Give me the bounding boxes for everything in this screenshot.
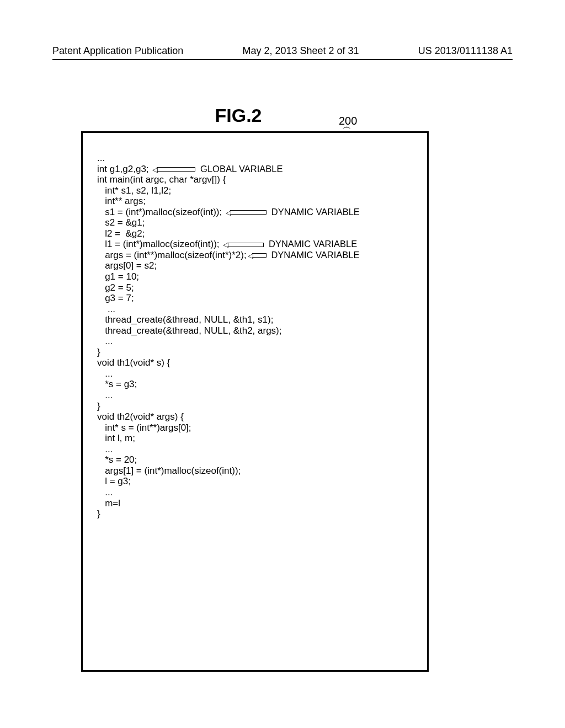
figure-ref-number: 200 [339,115,357,127]
code-line: int* s1, s2, l1,l2; [97,185,416,196]
code-line: int* s = (int**)args[0]; [97,422,416,433]
code-line: ... [97,336,416,347]
code-line: int g1,g2,g3; ◁ GLOBAL VARIABLE [97,164,416,175]
code-line: s2 = &g1; [97,217,416,228]
code-line: ... [97,304,416,315]
annotation-dynamic: DYNAMIC VARIABLE [271,207,360,217]
arrow-left-icon: ◁ [226,209,266,216]
code-line: void th1(void* s) { [97,357,416,368]
code-line: ... [97,153,416,164]
code-line: ... [97,390,416,401]
arrow-left-icon: ◁ [248,252,266,259]
code-line: g2 = 5; [97,282,416,293]
code-line: void th2(void* args) { [97,411,416,422]
code-line: } [97,508,416,520]
code-line: ... [97,368,416,379]
code-line: } [97,401,416,412]
page-header: Patent Application Publication May 2, 20… [52,45,513,60]
code-line: *s = g3; [97,379,416,390]
code-line: args[0] = s2; [97,260,416,271]
code-line: args = (int**)malloc(sizeof(int*)*2);◁ D… [97,250,416,261]
code-line: int main(int argc, char *argv[]) { [97,174,416,185]
code-line: thread_create(&thread, NULL, &th1, s1); [97,314,416,325]
annotation-dynamic: DYNAMIC VARIABLE [269,239,357,249]
header-left: Patent Application Publication [52,45,183,57]
header-right: US 2013/0111138 A1 [418,45,513,57]
arrow-left-icon: ◁ [223,241,264,248]
code-line: int l, m; [97,433,416,444]
figure-title: FIG.2 [0,105,477,126]
code-line: g1 = 10; [97,271,416,282]
annotation-dynamic: DYNAMIC VARIABLE [271,250,359,260]
arrow-left-icon: ◁ [152,166,195,173]
code-line: l = g3; [97,476,416,487]
code-line: thread_create(&thread, NULL, &th2, args)… [97,325,416,336]
code-line: l1 = (int*)malloc(sizeof(int)); ◁ DYNAMI… [97,239,416,250]
code-line: l2 = &g2; [97,228,416,239]
code-line: *s = 20; [97,454,416,465]
code-line: s1 = (int*)malloc(sizeof(int)); ◁ DYNAMI… [97,207,416,218]
code-line: args[1] = (int*)malloc(sizeof(int)); [97,465,416,477]
code-line: ... [97,487,416,498]
code-listing: ... int g1,g2,g3; ◁ GLOBAL VARIABLE int … [81,131,429,672]
annotation-global: GLOBAL VARIABLE [200,164,282,174]
code-line: } [97,347,416,358]
code-line: int** args; [97,196,416,207]
code-line: m=l [97,498,416,509]
header-center: May 2, 2013 Sheet 2 of 31 [242,45,359,57]
code-line: g3 = 7; [97,293,416,304]
code-line: ... [97,444,416,455]
